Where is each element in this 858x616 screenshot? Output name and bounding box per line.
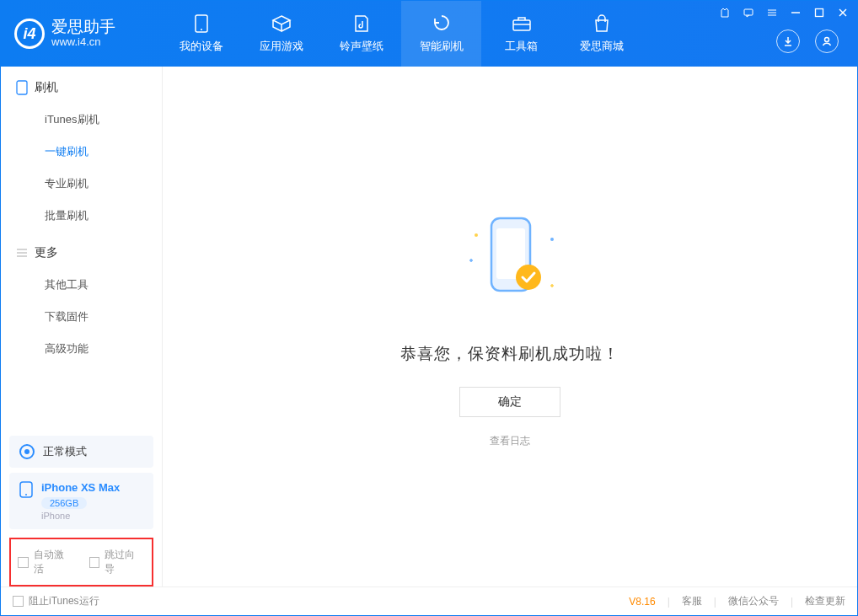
body: 刷机 iTunes刷机 一键刷机 专业刷机 批量刷机 更多 其他工具 下载固件 … — [1, 67, 857, 587]
mode-card[interactable]: 正常模式 — [9, 436, 153, 468]
sidebar-item-oneclick-flash[interactable]: 一键刷机 — [1, 136, 162, 168]
customer-service-link[interactable]: 客服 — [682, 594, 702, 608]
tab-label: 智能刷机 — [420, 39, 464, 54]
maximize-button[interactable] — [813, 8, 825, 20]
download-button[interactable] — [776, 29, 800, 53]
svg-point-19 — [475, 233, 478, 237]
tab-label: 工具箱 — [505, 39, 538, 54]
list-icon — [16, 247, 28, 259]
success-title: 恭喜您，保资料刷机成功啦！ — [400, 343, 619, 365]
version-label: V8.16 — [629, 596, 655, 608]
device-phone-icon — [19, 481, 33, 498]
account-button[interactable] — [815, 29, 839, 53]
titlebar: i4 爱思助手 www.i4.cn 我的设备 应用游戏 铃声壁纸 智能刷机 — [1, 1, 857, 67]
main-tabs: 我的设备 应用游戏 铃声壁纸 智能刷机 工具箱 爱思商城 — [161, 1, 641, 67]
sidebar: 刷机 iTunes刷机 一键刷机 专业刷机 批量刷机 更多 其他工具 下载固件 … — [1, 67, 163, 587]
toolbox-icon — [510, 13, 534, 34]
phone-icon — [190, 13, 213, 34]
block-itunes-checkbox[interactable]: 阻止iTunes运行 — [13, 594, 99, 608]
sidebar-group-more: 更多 — [1, 232, 162, 269]
check-update-link[interactable]: 检查更新 — [805, 594, 845, 608]
music-file-icon — [350, 13, 373, 34]
cube-icon — [270, 13, 293, 34]
sidebar-item-itunes-flash[interactable]: iTunes刷机 — [1, 104, 162, 136]
svg-rect-13 — [17, 81, 27, 94]
tab-label: 铃声壁纸 — [340, 39, 383, 54]
tab-store[interactable]: 爱思商城 — [561, 1, 641, 67]
device-name: iPhone XS Max — [41, 481, 120, 494]
window-controls — [719, 8, 849, 20]
svg-rect-5 — [744, 9, 753, 15]
view-log-link[interactable]: 查看日志 — [490, 434, 530, 448]
wechat-link[interactable]: 微信公众号 — [728, 594, 779, 608]
svg-point-20 — [550, 238, 554, 241]
app-window: i4 爱思助手 www.i4.cn 我的设备 应用游戏 铃声壁纸 智能刷机 — [0, 0, 858, 616]
storage-badge: 256GB — [41, 497, 87, 509]
group-title: 更多 — [35, 245, 58, 260]
logo-icon: i4 — [14, 19, 45, 49]
close-button[interactable] — [837, 8, 849, 20]
sidebar-item-download-firmware[interactable]: 下载固件 — [1, 301, 162, 333]
svg-rect-10 — [816, 9, 823, 17]
statusbar: 阻止iTunes运行 V8.16 | 客服 | 微信公众号 | 检查更新 — [1, 587, 857, 615]
tab-toolbox[interactable]: 工具箱 — [481, 1, 561, 67]
logo: i4 爱思助手 www.i4.cn — [1, 1, 161, 67]
tab-smart-flash[interactable]: 智能刷机 — [401, 1, 481, 67]
app-url: www.i4.cn — [51, 36, 115, 48]
chk-label: 自动激活 — [34, 548, 74, 576]
main-content: 恭喜您，保资料刷机成功啦！ 确定 查看日志 — [163, 67, 857, 587]
menu-icon[interactable] — [766, 8, 778, 20]
app-name: 爱思助手 — [51, 19, 115, 36]
tab-ringtones-wallpapers[interactable]: 铃声壁纸 — [321, 1, 401, 67]
sidebar-item-pro-flash[interactable]: 专业刷机 — [1, 168, 162, 200]
group-title: 刷机 — [35, 80, 58, 95]
ok-button[interactable]: 确定 — [459, 387, 560, 417]
bag-icon — [590, 13, 614, 34]
tab-label: 应用游戏 — [260, 39, 303, 54]
skip-guide-checkbox[interactable]: 跳过向导 — [89, 548, 146, 576]
svg-point-1 — [201, 29, 202, 30]
minimize-button[interactable] — [790, 8, 802, 20]
chk-label: 跳过向导 — [105, 548, 145, 576]
mode-label: 正常模式 — [43, 444, 87, 459]
refresh-shield-icon — [430, 13, 453, 34]
sidebar-item-batch-flash[interactable]: 批量刷机 — [1, 200, 162, 232]
device-type: iPhone — [41, 511, 120, 521]
phone-small-icon — [16, 80, 28, 95]
sidebar-item-advanced[interactable]: 高级功能 — [1, 333, 162, 365]
svg-point-23 — [516, 265, 541, 290]
sidebar-item-other-tools[interactable]: 其他工具 — [1, 269, 162, 301]
mode-icon — [19, 444, 35, 459]
device-card[interactable]: iPhone XS Max 256GB iPhone — [9, 473, 153, 529]
svg-point-18 — [25, 494, 27, 495]
svg-point-4 — [825, 38, 829, 42]
chk-label: 阻止iTunes运行 — [29, 594, 99, 608]
svg-rect-2 — [513, 20, 530, 30]
skin-icon[interactable] — [719, 8, 731, 20]
tab-label: 爱思商城 — [580, 39, 624, 54]
tab-apps-games[interactable]: 应用游戏 — [241, 1, 321, 67]
success-illustration — [451, 210, 569, 328]
options-highlight-box: 自动激活 跳过向导 — [9, 538, 153, 587]
tab-my-device[interactable]: 我的设备 — [161, 1, 241, 67]
tab-label: 我的设备 — [180, 39, 223, 54]
feedback-icon[interactable] — [743, 8, 754, 20]
auto-activate-checkbox[interactable]: 自动激活 — [18, 548, 74, 576]
sidebar-group-flash: 刷机 — [1, 67, 162, 104]
